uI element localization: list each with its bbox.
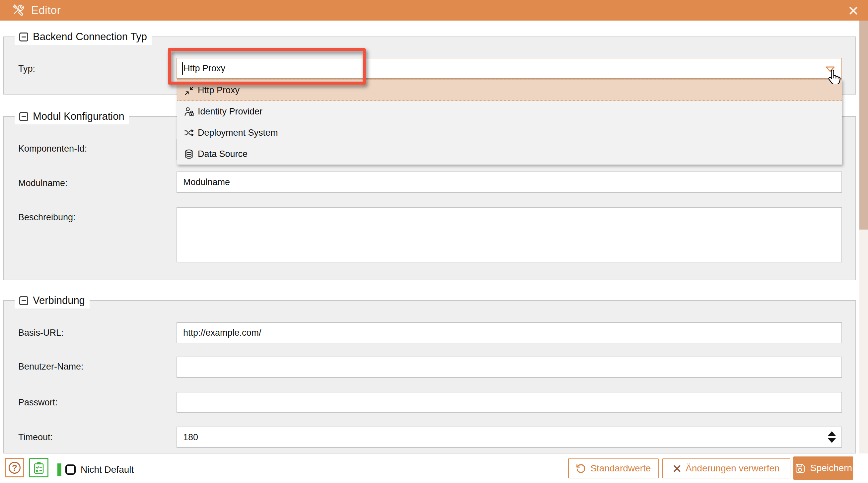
database-icon xyxy=(184,149,194,159)
dropdown-option-deployment-system[interactable]: Deployment System xyxy=(177,122,842,143)
help-button[interactable]: ? xyxy=(5,458,24,477)
komponenten-id-label: Komponenten-Id: xyxy=(18,143,87,154)
dropdown-option-identity-provider[interactable]: Identity Provider xyxy=(177,101,842,122)
save-floppy-icon xyxy=(794,462,806,474)
verbindung-legend-text: Verbindung xyxy=(33,295,85,307)
modulname-input[interactable] xyxy=(177,171,842,193)
dropdown-option-http-proxy[interactable]: Http Proxy xyxy=(177,79,842,101)
backend-connection-legend-text: Backend Connection Typ xyxy=(33,31,147,43)
collapse-icon[interactable] xyxy=(19,296,28,305)
collapse-icon[interactable] xyxy=(19,112,28,121)
dropdown-arrow-icon[interactable] xyxy=(826,66,835,73)
title-bar: Editor xyxy=(0,0,868,21)
nicht-default-label: Nicht Default xyxy=(81,464,134,475)
shuffle-icon xyxy=(184,128,194,138)
standardwerte-button[interactable]: Standardwerte xyxy=(568,458,659,478)
basis-url-input[interactable] xyxy=(177,322,842,343)
timeout-label: Timeout: xyxy=(18,432,53,443)
dialog-title: Editor xyxy=(31,4,61,17)
undo-icon xyxy=(576,463,586,474)
dropdown-option-data-source[interactable]: Data Source xyxy=(177,143,842,165)
timeout-stepper[interactable] xyxy=(822,427,842,447)
modulname-label: Modulname: xyxy=(18,178,68,188)
stepper-down-icon[interactable] xyxy=(828,438,836,443)
modul-konfiguration-legend-text: Modul Konfiguration xyxy=(33,110,124,122)
discard-x-icon xyxy=(673,464,681,473)
typ-combobox[interactable]: Http Proxy xyxy=(177,58,842,79)
status-indicator-bar xyxy=(57,463,61,476)
passwort-input[interactable] xyxy=(177,392,842,413)
backend-connection-legend[interactable]: Backend Connection Typ xyxy=(14,29,152,45)
typ-label: Typ: xyxy=(18,64,35,74)
protocol-button[interactable] xyxy=(29,458,49,477)
benutzer-name-input[interactable] xyxy=(177,357,842,378)
close-button[interactable] xyxy=(845,3,861,18)
stepper-up-icon[interactable] xyxy=(828,431,836,436)
timeout-input[interactable] xyxy=(177,427,842,448)
typ-combobox-value: Http Proxy xyxy=(184,58,225,78)
basis-url-label: Basis-URL: xyxy=(18,328,64,338)
editor-dialog: Editor Backend Connection Typ Typ: Http … xyxy=(0,0,868,483)
beschreibung-label: Beschreibung: xyxy=(18,212,76,223)
footer-toolbar: ? Nicht Default Standardwerte xyxy=(0,453,868,483)
tools-icon xyxy=(11,2,25,18)
collapse-icon[interactable] xyxy=(19,33,28,41)
close-icon xyxy=(850,7,857,13)
converge-arrows-icon xyxy=(184,85,194,96)
text-caret xyxy=(182,62,183,75)
speichern-button[interactable]: Speichern xyxy=(793,456,853,480)
user-lock-icon xyxy=(184,106,194,117)
beschreibung-textarea[interactable] xyxy=(177,207,842,262)
timeout-field xyxy=(177,427,842,448)
aenderungen-verwerfen-button[interactable]: Änderungen verwerfen xyxy=(662,458,790,478)
benutzer-name-label: Benutzer-Name: xyxy=(18,362,84,372)
scrollbar-thumb[interactable] xyxy=(859,21,868,230)
clipboard-checklist-icon xyxy=(33,461,45,474)
verbindung-legend[interactable]: Verbindung xyxy=(14,293,90,309)
nicht-default-checkbox[interactable] xyxy=(65,464,76,475)
typ-dropdown-list: Http Proxy Identity Provider Deployment … xyxy=(177,79,842,165)
question-mark-icon: ? xyxy=(9,462,21,474)
modul-konfiguration-legend[interactable]: Modul Konfiguration xyxy=(14,108,129,124)
passwort-label: Passwort: xyxy=(18,397,58,408)
